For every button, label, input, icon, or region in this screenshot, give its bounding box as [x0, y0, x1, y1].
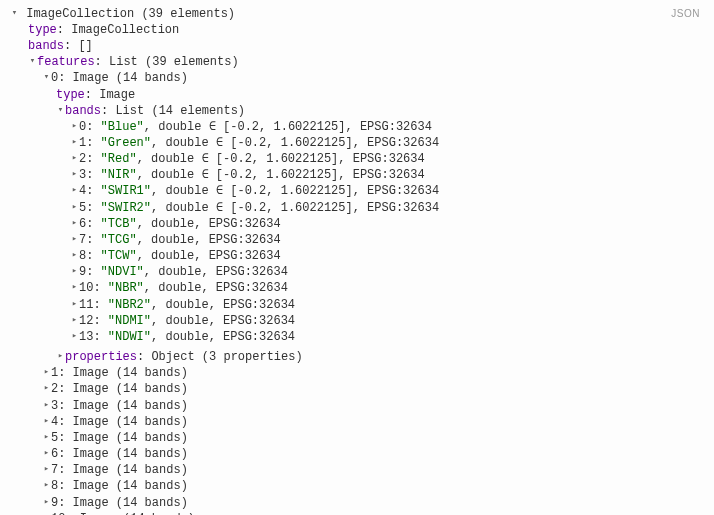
band-row[interactable]: 2: "Red", double ∈ [-0.2, 1.6022125], EP…: [10, 151, 704, 167]
chevron-right-icon[interactable]: [42, 364, 51, 380]
colon: :: [58, 72, 72, 86]
chevron-right-icon[interactable]: [42, 494, 51, 510]
band-row[interactable]: 5: "SWIR2", double ∈ [-0.2, 1.6022125], …: [10, 200, 704, 216]
colon: :: [58, 415, 72, 429]
band-row[interactable]: 0: "Blue", double ∈ [-0.2, 1.6022125], E…: [10, 119, 704, 135]
chevron-right-icon[interactable]: [42, 397, 51, 413]
chevron-right-icon[interactable]: [70, 182, 79, 198]
band-name: "TCG": [101, 233, 137, 247]
chevron-right-icon[interactable]: [70, 263, 79, 279]
feature-row[interactable]: 4: Image (14 bands): [10, 414, 704, 430]
feature-row[interactable]: 3: Image (14 bands): [10, 398, 704, 414]
chevron-right-icon[interactable]: [42, 413, 51, 429]
feature-row[interactable]: 10: Image (14 bands): [10, 511, 704, 515]
chevron-down-icon[interactable]: [42, 69, 51, 85]
properties-key[interactable]: properties: [65, 350, 137, 364]
chevron-right-icon[interactable]: [70, 118, 79, 134]
colon: :: [86, 217, 100, 231]
chevron-right-icon[interactable]: [70, 279, 79, 295]
band-name: "TCW": [101, 249, 137, 263]
band-row[interactable]: 12: "NDMI", double, EPSG:32634: [10, 313, 704, 329]
chevron-right-icon[interactable]: [42, 380, 51, 396]
feature-label: Image (14 bands): [73, 496, 188, 510]
bands-value: []: [78, 39, 92, 53]
band-row[interactable]: 11: "NBR2", double, EPSG:32634: [10, 297, 704, 313]
band-meta: , double ∈ [-0.2, 1.6022125], EPSG:32634: [144, 120, 432, 134]
feature-row[interactable]: 1: Image (14 bands): [10, 365, 704, 381]
band-meta: , double, EPSG:32634: [137, 249, 281, 263]
colon: :: [93, 330, 107, 344]
colon: :: [58, 463, 72, 477]
band-index: 10: [79, 282, 93, 296]
feature-row[interactable]: 5: Image (14 bands): [10, 430, 704, 446]
chevron-right-icon[interactable]: [70, 231, 79, 247]
band-row[interactable]: 3: "NIR", double ∈ [-0.2, 1.6022125], EP…: [10, 167, 704, 183]
band-row[interactable]: 9: "NDVI", double, EPSG:32634: [10, 264, 704, 280]
feature-label: Image (14 bands): [73, 447, 188, 461]
band-row[interactable]: 8: "TCW", double, EPSG:32634: [10, 248, 704, 264]
chevron-right-icon[interactable]: [42, 445, 51, 461]
type-value: ImageCollection: [71, 23, 179, 37]
chevron-right-icon[interactable]: [70, 166, 79, 182]
chevron-down-icon[interactable]: [28, 53, 37, 69]
colon: :: [86, 201, 100, 215]
chevron-down-icon[interactable]: [56, 102, 65, 118]
feature-row[interactable]: 9: Image (14 bands): [10, 495, 704, 511]
json-button[interactable]: JSON: [667, 6, 704, 22]
chevron-right-icon[interactable]: [42, 510, 51, 515]
band-row[interactable]: 6: "TCB", double, EPSG:32634: [10, 216, 704, 232]
band-row[interactable]: 13: "NDWI", double, EPSG:32634: [10, 329, 704, 345]
chevron-right-icon[interactable]: [70, 150, 79, 166]
colon: :: [64, 39, 78, 53]
type-key: type: [28, 23, 57, 37]
features-key[interactable]: features: [37, 55, 95, 69]
colon: :: [86, 265, 100, 279]
band-meta: , double ∈ [-0.2, 1.6022125], EPSG:32634: [151, 136, 439, 150]
colon: :: [86, 136, 100, 150]
band-meta: , double, EPSG:32634: [151, 298, 295, 312]
band-row[interactable]: 1: "Green", double ∈ [-0.2, 1.6022125], …: [10, 135, 704, 151]
band-row[interactable]: 10: "NBR", double, EPSG:32634: [10, 280, 704, 296]
colon: :: [93, 282, 107, 296]
colon: :: [86, 185, 100, 199]
feature-row[interactable]: 7: Image (14 bands): [10, 462, 704, 478]
band-meta: , double ∈ [-0.2, 1.6022125], EPSG:32634: [137, 152, 425, 166]
band-meta: , double ∈ [-0.2, 1.6022125], EPSG:32634: [137, 168, 425, 182]
colon: :: [86, 168, 100, 182]
feature-row[interactable]: 8: Image (14 bands): [10, 478, 704, 494]
band-name: "NBR2": [108, 298, 151, 312]
band-meta: , double, EPSG:32634: [144, 265, 288, 279]
band-row[interactable]: 7: "TCG", double, EPSG:32634: [10, 232, 704, 248]
feature-label: Image (14 bands): [73, 415, 188, 429]
feature-label: Image (14 bands): [73, 72, 188, 86]
band-index: 12: [79, 314, 93, 328]
chevron-right-icon[interactable]: [70, 328, 79, 344]
chevron-right-icon[interactable]: [42, 477, 51, 493]
chevron-right-icon[interactable]: [70, 312, 79, 328]
chevron-right-icon[interactable]: [70, 247, 79, 263]
feature-row[interactable]: 2: Image (14 bands): [10, 381, 704, 397]
chevron-right-icon[interactable]: [70, 215, 79, 231]
feature-row[interactable]: 6: Image (14 bands): [10, 446, 704, 462]
chevron-right-icon[interactable]: [70, 296, 79, 312]
band-name: "NIR": [101, 168, 137, 182]
bands-key[interactable]: bands: [65, 104, 101, 118]
feature-label: Image (14 bands): [73, 366, 188, 380]
root-label[interactable]: ImageCollection (39 elements): [26, 7, 235, 21]
chevron-right-icon[interactable]: [70, 134, 79, 150]
chevron-right-icon[interactable]: [56, 348, 65, 364]
colon: :: [58, 480, 72, 494]
colon: :: [93, 298, 107, 312]
band-meta: , double, EPSG:32634: [151, 330, 295, 344]
colon: :: [85, 88, 99, 102]
band-name: "NDMI": [108, 314, 151, 328]
chevron-right-icon[interactable]: [70, 199, 79, 215]
colon: :: [93, 314, 107, 328]
band-meta: , double ∈ [-0.2, 1.6022125], EPSG:32634: [151, 185, 439, 199]
chevron-right-icon[interactable]: [42, 429, 51, 445]
chevron-right-icon[interactable]: [42, 461, 51, 477]
bands-value: List (14 elements): [115, 104, 245, 118]
chevron-down-icon[interactable]: [10, 5, 19, 21]
band-index: 13: [79, 330, 93, 344]
band-row[interactable]: 4: "SWIR1", double ∈ [-0.2, 1.6022125], …: [10, 183, 704, 199]
